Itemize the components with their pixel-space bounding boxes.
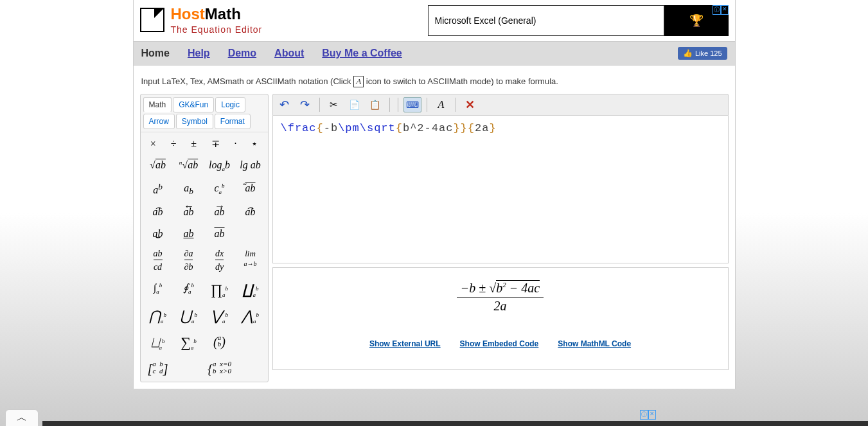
tab-arrow[interactable]: Arrow	[143, 114, 175, 129]
brand-host: Host	[171, 5, 205, 22]
symbol-btn[interactable]: ab	[143, 182, 173, 197]
formula-numerator: −b ± √b2 − 4ac	[457, 281, 544, 297]
keyboard-button[interactable]: ⌨	[403, 97, 421, 112]
symbol-btn[interactable]: lima→b	[236, 249, 265, 273]
symbol-palette: Math GK&Fun Logic Arrow Symbol Format ×÷…	[140, 94, 269, 382]
show-embed-code[interactable]: Show Embeded Code	[460, 339, 539, 348]
tab-symbol[interactable]: Symbol	[176, 114, 213, 129]
symbol-btn[interactable]: ⌢ab	[143, 206, 173, 218]
ad-banner[interactable]: Microsoft Excel (General) 🏆 ⓘ✕	[428, 5, 729, 36]
fb-like-button[interactable]: 👍 Like 125	[678, 47, 727, 60]
symbol-btn[interactable]	[236, 227, 265, 240]
symbol-btn[interactable]: {a x=0b x>0	[205, 360, 235, 377]
redo-button[interactable]: ↷	[296, 97, 314, 112]
show-external-url[interactable]: Show External URL	[369, 339, 441, 348]
tab-logic[interactable]: Logic	[215, 97, 245, 112]
rendered-formula: −b ± √b2 − 4ac 2a	[457, 281, 544, 314]
redo-icon: ↷	[300, 98, 310, 112]
separator	[319, 98, 320, 112]
symbol-btn[interactable]: ͂ab	[236, 182, 265, 197]
symbol-btn[interactable]: ab	[174, 227, 204, 240]
scroll-top-button[interactable]: ︿	[5, 409, 39, 426]
navbar: Home Help Demo About Buy Me a Coffee 👍 L…	[134, 41, 735, 66]
symbol-btn[interactable]: ⋀ab	[236, 308, 265, 325]
symbol-btn[interactable]: ⋃ab	[174, 308, 204, 325]
symbol-btn[interactable]: cab	[205, 182, 235, 197]
thumb-icon: 👍	[683, 49, 693, 58]
symbol-btn[interactable]: n√ab	[174, 159, 204, 173]
nav-coffee[interactable]: Buy Me a Coffee	[322, 48, 402, 59]
symbol-btn[interactable]: ←ab	[174, 206, 204, 218]
symbol-btn[interactable]: ∏ab	[205, 281, 235, 299]
symbol-btn[interactable]: abcd	[143, 249, 173, 273]
palette-tabs: Math GK&Fun Logic Arrow Symbol Format	[141, 94, 268, 132]
symbol-btn[interactable]: ∮ab	[174, 281, 204, 299]
instruction-text: Input LaTeX, Tex, AMSmath or ASCIIMath n…	[134, 66, 735, 94]
latex-input[interactable]: \frac{-b\pm\sqrt{b^2-4ac}}{2a}	[272, 116, 729, 263]
mode-icon: A	[353, 76, 364, 87]
scissors-icon: ✂	[330, 99, 338, 111]
symbol-btn[interactable]: ⌢ab	[236, 206, 265, 218]
font-button[interactable]: A	[432, 97, 450, 112]
symbol-btn[interactable]: ∫ab	[143, 281, 173, 299]
symbol-btn[interactable]: ⨆ab	[143, 334, 173, 351]
symbol-btn[interactable]: ×	[150, 138, 156, 150]
symbol-btn[interactable]: ∓	[211, 138, 220, 150]
show-mathml-code[interactable]: Show MathML Code	[558, 339, 631, 348]
ad-choices-icon[interactable]: ⓘ✕	[640, 410, 656, 420]
separator	[456, 98, 456, 112]
output-links: Show External URL Show Embeded Code Show…	[369, 339, 631, 348]
paste-button[interactable]: 📋	[366, 97, 384, 112]
nav-about[interactable]: About	[274, 48, 304, 59]
symbol-btn[interactable]: →ab	[205, 206, 235, 218]
symbol-btn[interactable]: ⋁ab	[205, 308, 235, 325]
symbol-btn[interactable]	[236, 360, 265, 377]
undo-icon: ↶	[279, 98, 289, 112]
ad-text: Microsoft Excel (General)	[428, 5, 664, 36]
nav-home[interactable]: Home	[141, 48, 170, 59]
symbol-btn[interactable]: ·	[234, 138, 236, 150]
nav-demo[interactable]: Demo	[228, 48, 256, 59]
symbol-btn[interactable]	[236, 334, 265, 351]
symbol-btn[interactable]: ÷	[171, 138, 177, 150]
logo-icon	[140, 8, 164, 32]
symbol-btn[interactable]: [a bc d]	[143, 360, 173, 377]
keyboard-icon: ⌨	[406, 100, 419, 110]
symbol-btn[interactable]: ∂a∂b	[174, 249, 204, 273]
symbol-btn[interactable]: ∑ab	[174, 334, 204, 351]
undo-button[interactable]: ↶	[276, 97, 294, 112]
nav-help[interactable]: Help	[188, 48, 210, 59]
symbol-btn[interactable]: ab	[174, 182, 204, 197]
ad-choices-icon[interactable]: ⓘ✕	[713, 5, 729, 15]
symbol-btn[interactable]: ∐ab	[236, 281, 265, 299]
symbol-btn[interactable]: lg ab	[236, 159, 265, 173]
symbol-btn[interactable]: √ab	[143, 159, 173, 173]
fb-like-label: Like 125	[695, 49, 722, 57]
symbol-btn[interactable]: dxdy	[205, 249, 235, 273]
copy-icon: 📄	[349, 100, 360, 110]
tab-gkfun[interactable]: GK&Fun	[173, 97, 214, 112]
separator	[427, 98, 427, 112]
separator	[398, 98, 398, 112]
clear-button[interactable]: ✕	[461, 97, 479, 112]
formula-denominator: 2a	[457, 297, 544, 314]
paste-icon: 📋	[369, 100, 380, 110]
symbol-btn[interactable]	[174, 360, 204, 377]
symbol-btn[interactable]: ⋆	[251, 138, 258, 150]
cut-button[interactable]: ✂	[325, 97, 343, 112]
font-icon: A	[438, 99, 445, 111]
symbol-btn[interactable]: ±	[191, 138, 197, 150]
separator	[389, 98, 390, 112]
symbol-btn[interactable]: logab	[205, 159, 235, 173]
symbol-btn[interactable]: ab	[205, 227, 235, 240]
copy-button[interactable]: 📄	[346, 97, 364, 112]
tab-math[interactable]: Math	[143, 97, 172, 112]
symbol-btn[interactable]: ⋂ab	[143, 308, 173, 325]
editor-toolbar: ↶ ↷ ✂ 📄 📋 ⌨ A ✕	[272, 94, 729, 116]
brand-math: Math	[205, 5, 241, 22]
tab-format[interactable]: Format	[215, 114, 251, 129]
render-preview: −b ± √b2 − 4ac 2a Show External URL Show…	[272, 267, 729, 370]
symbol-btn[interactable]: (ab)	[205, 334, 235, 351]
symbol-btn[interactable]: ab⌣	[143, 227, 173, 240]
bottom-bar: ︿	[0, 409, 868, 426]
